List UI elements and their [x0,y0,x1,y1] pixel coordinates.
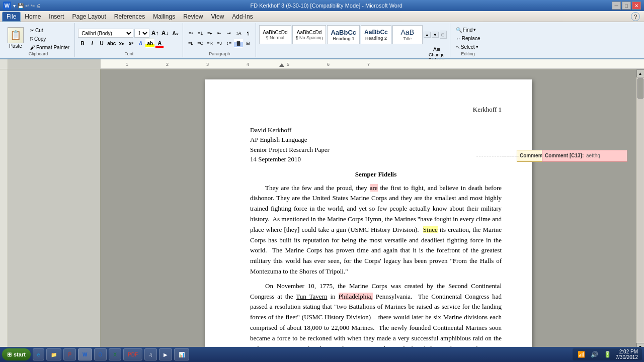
align-left-button[interactable]: ≡L [186,39,195,48]
menu-item-references[interactable]: References [110,12,149,21]
start-button[interactable]: ⊞ start [2,348,31,360]
taskbar-word[interactable]: W [78,348,92,360]
taskbar-qt[interactable]: ▶ [159,348,172,360]
paste-button[interactable]: 📋 Paste [5,26,26,50]
increase-indent-button[interactable]: ⇥ [224,29,233,38]
find-button[interactable]: 🔍 Find▾ [453,26,483,34]
taskbar-itunes[interactable]: ♫ [144,348,157,360]
svg-text:5: 5 [287,62,289,67]
taskbar-ie[interactable]: e [33,348,45,360]
style-no-spacing[interactable]: AaBbCcDd ¶ No Spacing [292,25,327,44]
decrease-font-button[interactable]: A↓ [160,29,170,38]
scroll-up-button[interactable]: ▲ [636,69,645,77]
borders-button[interactable]: ⊞ [244,39,253,48]
taskbar-outlook[interactable]: O [94,348,107,360]
highlight-color-button[interactable]: ab [145,39,154,48]
font-size-select[interactable]: 101112 [134,29,149,38]
taskbar-powerpoint[interactable]: P [63,348,76,360]
menu-item-insert[interactable]: Insert [45,12,68,21]
find-icon: 🔍 [456,27,462,33]
numbering-button[interactable]: ≡1 [196,29,205,38]
bold-button[interactable]: B [78,39,87,48]
tray-network-icon[interactable]: 📶 [577,349,587,359]
justify-button[interactable]: ≡J [215,39,224,48]
author-class: AP English Language [250,135,502,145]
show-formatting-button[interactable]: ¶ [244,29,253,38]
taskbar-explorer[interactable]: 📁 [46,348,61,360]
word-app-icon: W [83,352,87,357]
menu-item-page-layout[interactable]: Page Layout [68,12,110,21]
comment-c13-label: Comment [C13]: [545,153,584,158]
align-center-button[interactable]: ≡C [196,39,205,48]
menu-item-view[interactable]: View [207,12,228,21]
menu-item-review[interactable]: Review [179,12,207,21]
minimize-button[interactable]: ─ [612,2,621,10]
decrease-indent-button[interactable]: ⇤ [215,29,224,38]
system-clock[interactable]: 2:02 PM 7/30/2012 [616,349,638,360]
shading-button[interactable]: ▓ [234,39,243,48]
increase-font-button[interactable]: A↑ [150,29,159,38]
align-right-button[interactable]: ≡R [205,39,214,48]
scroll-thumb[interactable] [637,78,643,99]
select-button[interactable]: ↖ Select▾ [453,43,483,51]
maximize-button[interactable]: □ [622,2,631,10]
excel-icon: X [113,352,117,357]
line-spacing-button[interactable]: ↕≡ [224,39,233,48]
itunes-icon: ♫ [149,352,153,357]
underline-button[interactable]: U [97,39,106,48]
window-controls[interactable]: ─ □ ✕ [612,2,641,10]
author-name: David Kerkhoff [250,125,502,135]
page-area[interactable]: Kerkhoff 1 David Kerkhoff AP English Lan… [101,69,636,351]
format-painter-icon: 🖌 [30,45,35,50]
text-effects-button[interactable]: A [136,39,145,48]
style-heading1[interactable]: AaBbCc Heading 1 [327,25,360,44]
replace-button[interactable]: ↔ Replace [453,35,483,42]
superscript-button[interactable]: x² [126,39,135,48]
svg-text:2: 2 [166,62,169,67]
styles-expand[interactable]: ⊞ [440,31,447,39]
menu-item-file[interactable]: File [2,12,21,22]
menu-item-home[interactable]: Home [21,12,45,21]
italic-button[interactable]: I [88,39,97,48]
font-color-button[interactable]: A [155,39,164,48]
copy-icon: ⎘ [30,36,33,42]
style-heading2[interactable]: AaBbCc Heading 2 [361,25,391,44]
style-title[interactable]: AaB Title [392,25,423,44]
format-painter-button[interactable]: 🖌 Format Painter [28,44,71,51]
taskbar-excel[interactable]: X [109,348,121,360]
help-button[interactable]: ? [631,12,640,21]
paragraph-2[interactable]: On November 10, 1775, the Marine Corps w… [250,281,502,351]
document-body[interactable]: They are the few and the proud, they are… [250,183,502,351]
ruler-left-margin [8,59,101,69]
taskbar-misc[interactable]: 📊 [174,348,189,360]
paragraph-1[interactable]: They are the few and the proud, they are… [250,183,502,277]
font-group: Calibri (Body) 101112 A↑ A↓ Aₓ B I U abc [75,23,183,57]
tray-sound-icon[interactable]: 🔊 [590,349,600,359]
menu-item-mailings[interactable]: Mailings [149,12,179,21]
vertical-scrollbar[interactable]: ▲ ▼ [636,69,644,351]
close-button[interactable]: ✕ [632,2,641,10]
copy-button[interactable]: ⎘ Copy [28,35,71,43]
word-icon: W [3,2,11,10]
cut-button[interactable]: ✂ Cut [28,27,71,34]
taskbar-pdf[interactable]: PDF [123,348,142,360]
strikethrough-button[interactable]: abc [107,39,116,48]
vertical-ruler-corner [0,59,8,69]
style-normal[interactable]: AaBbCcDd ¶ Normal [259,25,291,44]
editing-group: 🔍 Find▾ ↔ Replace ↖ Select▾ Editing [450,23,486,57]
multilevel-button[interactable]: ≡▸ [205,29,214,38]
menu-item-add-ins[interactable]: Add-Ins [228,12,257,21]
subscript-button[interactable]: x₂ [117,39,126,48]
title-bar: W ▾ 💾 ↩ ↪ 🖨 FD Kerkhoff 3 (9-30-10) [Com… [0,0,644,11]
author-project: Senior Project Research Paper [250,145,502,155]
highlight-since: Since [423,226,438,233]
styles-scroll-down[interactable]: ▼ [432,32,439,38]
sort-button[interactable]: ↕A [234,29,243,38]
bullets-button[interactable]: ≡• [186,29,195,38]
font-name-select[interactable]: Calibri (Body) [78,29,133,38]
tray-battery-icon[interactable]: 🔋 [603,349,613,359]
scroll-track[interactable] [637,78,643,342]
document-area: Kerkhoff 1 David Kerkhoff AP English Lan… [0,69,644,351]
clear-format-button[interactable]: Aₓ [171,29,180,38]
styles-scroll-up[interactable]: ▲ [424,32,431,38]
